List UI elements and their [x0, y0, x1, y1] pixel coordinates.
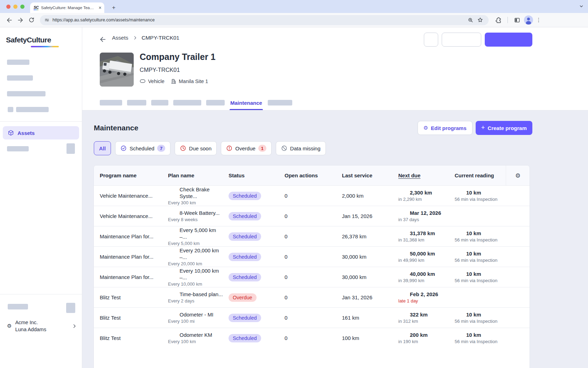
table-body: Vehicle Maintenance... Check Brake Syste… — [94, 185, 530, 348]
side-panel-icon[interactable] — [511, 14, 523, 26]
circle-check-icon — [120, 145, 127, 151]
cell-plan-name: Time-based plan...Every 2 days — [168, 291, 229, 304]
tab-skeleton — [100, 100, 122, 105]
create-program-label: Create program — [488, 125, 527, 131]
tab-close-icon[interactable]: × — [99, 5, 102, 10]
table-row[interactable]: Maintenance Plan for... Every 5,000 km –… — [94, 226, 530, 246]
settings-gear-icon: ⚙ — [7, 323, 12, 329]
back-icon[interactable] — [4, 14, 15, 26]
filter-data-missing[interactable]: Data missing — [276, 141, 326, 155]
zoom-icon[interactable] — [465, 15, 475, 25]
cell-open-actions: 0 — [285, 233, 342, 239]
header-secondary-button-loading[interactable] — [442, 33, 481, 47]
table-header: Program name Plan name Status Open actio… — [94, 165, 530, 185]
type-tag-icon — [140, 78, 146, 84]
sidebar-divider — [0, 121, 82, 122]
cell-current-reading: 10 km56 min via Inspection — [455, 250, 506, 263]
asset-type: Vehicle — [140, 78, 164, 84]
filter-all[interactable]: All — [94, 141, 111, 155]
sidebar-skeleton-item — [16, 107, 49, 112]
column-status[interactable]: Status — [229, 172, 285, 178]
url-bar[interactable]: https://app.au.safetyculture.com/assets/… — [40, 15, 489, 25]
bookmark-star-icon[interactable] — [475, 15, 485, 25]
tab-search-chevron-icon[interactable] — [579, 4, 584, 9]
site-info-icon[interactable] — [44, 17, 50, 23]
cell-plan-name: Odometer KMEvery 100 km — [168, 332, 229, 345]
cell-plan-name: Every 10,000 km –...Every 10,000 km — [168, 267, 229, 287]
filter-data-missing-label: Data missing — [290, 145, 321, 151]
cell-status: Scheduled — [229, 334, 285, 342]
reload-icon[interactable] — [26, 14, 37, 26]
extensions-icon[interactable] — [493, 14, 504, 26]
back-arrow-icon[interactable] — [99, 36, 106, 43]
status-badge: Scheduled — [229, 232, 261, 241]
status-badge: Scheduled — [229, 192, 261, 200]
asset-code: CMPY-TRCK01 — [140, 67, 180, 73]
filter-due-soon[interactable]: Due soon — [175, 141, 217, 155]
column-current-reading[interactable]: Current reading — [455, 172, 506, 178]
browser-profile-avatar[interactable] — [524, 15, 533, 25]
new-tab-button[interactable]: + — [109, 3, 118, 12]
cell-last-service: 30,000 km — [342, 254, 398, 260]
cell-plan-name: Odometer - MIEvery 100 mi — [168, 311, 229, 324]
cell-last-service: 2,000 km — [342, 193, 398, 199]
gear-icon: ⚙ — [424, 125, 428, 131]
breadcrumb-assets-link[interactable]: Assets — [112, 35, 128, 41]
sidebar-item-label: Assets — [18, 130, 35, 136]
table-row[interactable]: Blitz Test Odometer KMEvery 100 km Sched… — [94, 328, 530, 348]
cell-status: Scheduled — [229, 232, 285, 241]
sidebar-skeleton-item — [7, 146, 29, 151]
column-program-name[interactable]: Program name — [94, 172, 168, 178]
status-badge: Overdue — [229, 293, 257, 302]
edit-programs-button[interactable]: ⚙ Edit programs — [418, 121, 472, 135]
browser-menu-icon[interactable]: ⋮ — [534, 17, 543, 23]
cell-open-actions: 0 — [285, 335, 342, 341]
minimize-window-button[interactable] — [13, 5, 18, 9]
sidebar-item-assets[interactable]: Assets — [3, 126, 79, 139]
asset-type-label: Vehicle — [148, 79, 164, 84]
safetyculture-logo[interactable]: SafetyCulture — [6, 36, 51, 44]
header-icon-button-loading[interactable] — [424, 33, 438, 47]
header-primary-button-loading[interactable] — [485, 33, 532, 47]
table-row[interactable]: Maintenance Plan for... Every 20,000 km … — [94, 246, 530, 267]
table-row[interactable]: Blitz Test Time-based plan...Every 2 day… — [94, 287, 530, 307]
filter-scheduled[interactable]: Scheduled 7 — [115, 141, 170, 155]
table-row[interactable]: Vehicle Maintenance... Check Brake Syste… — [94, 185, 530, 206]
cell-status: Scheduled — [229, 314, 285, 322]
column-open-actions[interactable]: Open actions — [285, 172, 342, 178]
cell-plan-name: Every 5,000 km –...Every 5,000 km — [168, 227, 229, 246]
browser-tab[interactable]: SC SafetyCulture: Manage Teams and... × — [30, 2, 104, 13]
table-row[interactable]: Vehicle Maintenance... 8-Week Battery...… — [94, 206, 530, 226]
table-row[interactable]: Blitz Test Odometer - MIEvery 100 mi Sch… — [94, 307, 530, 328]
create-program-button[interactable]: + Create program — [476, 121, 532, 135]
content-area: Assets CMPY-TRCK01 — [82, 27, 588, 368]
sidebar-skeleton-badge — [66, 303, 75, 313]
cell-next-due: Feb 2, 2026 late 1 day — [398, 291, 455, 304]
org-switcher[interactable]: ⚙ Acme Inc. Luna Addams — [0, 318, 82, 334]
tab-maintenance[interactable]: Maintenance — [230, 95, 263, 110]
cell-open-actions: 0 — [285, 315, 342, 321]
scheduled-count-badge: 7 — [157, 145, 165, 152]
status-filters: All Scheduled 7 Due soon — [94, 141, 588, 155]
plus-icon: + — [481, 124, 485, 131]
cell-open-actions: 0 — [285, 274, 342, 280]
column-next-due[interactable]: Next due — [398, 172, 455, 178]
filter-overdue[interactable]: Overdue 1 — [221, 141, 272, 155]
cell-open-actions: 0 — [285, 294, 342, 300]
column-last-service[interactable]: Last service — [342, 172, 398, 178]
column-plan-name[interactable]: Plan name — [168, 172, 229, 178]
table-row[interactable]: Maintenance Plan for... Every 10,000 km … — [94, 267, 530, 287]
forward-icon[interactable] — [15, 14, 26, 26]
table-settings-gear-icon[interactable]: ⚙ — [506, 165, 530, 185]
tab-skeleton — [127, 100, 146, 105]
cell-program-name: Blitz Test — [94, 335, 168, 341]
status-badge: Scheduled — [229, 334, 261, 342]
close-window-button[interactable] — [6, 5, 10, 9]
cell-last-service: 100 km — [342, 335, 398, 341]
asset-meta: Vehicle Manila Site 1 — [140, 78, 208, 84]
clock-icon — [180, 145, 186, 151]
cell-next-due: 200 km in 190 km — [398, 332, 455, 345]
org-user-name: Luna Addams — [15, 326, 72, 333]
maximize-window-button[interactable] — [20, 5, 24, 9]
toolbar-divider — [507, 17, 508, 23]
